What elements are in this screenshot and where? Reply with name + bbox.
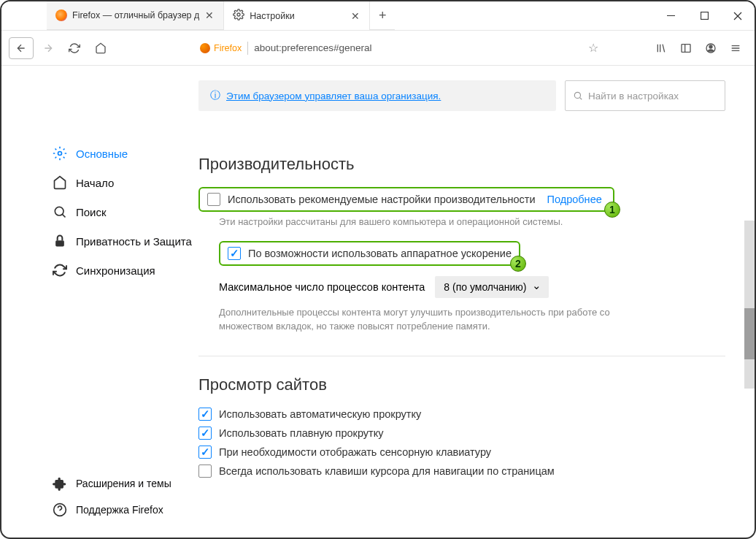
sidebar-label: Начало [76, 177, 114, 189]
search-icon [53, 204, 67, 219]
close-icon[interactable]: ✕ [350, 11, 360, 21]
opt-recommended-perf[interactable]: Использовать рекомендуемые настройки про… [207, 193, 602, 206]
tab-strip: Firefox — отличный браузер д ✕ Настройки… [1, 1, 395, 30]
back-button[interactable] [9, 37, 34, 59]
proc-dropdown[interactable]: 8 (по умолчанию) [435, 276, 548, 298]
sidebar-item-search[interactable]: Поиск [47, 197, 198, 226]
sidebar-item-home[interactable]: Начало [47, 168, 198, 197]
navbar: Firefox about:preferences#general ☆ [1, 31, 755, 66]
checkbox-unchecked[interactable] [198, 465, 212, 478]
library-icon[interactable] [649, 37, 673, 60]
search-icon [573, 91, 583, 101]
sidebars-icon[interactable] [674, 37, 698, 60]
urlbar[interactable]: Firefox about:preferences#general ☆ [196, 36, 603, 61]
tab-title: Настройки [250, 11, 345, 21]
opt-label: Использовать рекомендуемые настройки про… [228, 194, 536, 205]
forward-button[interactable] [36, 37, 60, 60]
sidebar-item-privacy[interactable]: Приватность и Защита [47, 226, 198, 256]
checkbox-checked[interactable] [198, 427, 212, 440]
info-icon: ⓘ [210, 89, 220, 102]
svg-point-15 [58, 152, 62, 156]
separator [247, 42, 248, 55]
close-button[interactable] [721, 1, 755, 30]
main-content: ⓘ Этим браузером управляет ваша организа… [198, 66, 755, 538]
gear-icon [53, 146, 67, 161]
sidebar-item-support[interactable]: Поддержка Firefox [47, 497, 200, 523]
sidebar-label: Поддержка Firefox [76, 504, 163, 516]
learn-more-link[interactable]: Подробнее [547, 194, 602, 205]
scrollbar[interactable] [744, 221, 755, 389]
opt-label: Использовать автоматическую прокрутку [219, 408, 421, 420]
annotation-badge-2: 2 [510, 256, 526, 272]
bookmark-star-icon[interactable]: ☆ [588, 41, 598, 55]
close-icon[interactable]: ✕ [204, 10, 215, 20]
sidebar: Основные Начало Поиск Приватность и Защи… [1, 66, 198, 538]
highlight-2: По возможности использовать аппаратное у… [219, 241, 520, 266]
proc-label: Максимальное число процессов контента [219, 281, 425, 293]
opt-recommended-desc: Эти настройки рассчитаны для вашего комп… [219, 215, 725, 229]
opt-label: При необходимости отображать сенсорную к… [219, 446, 491, 458]
checkbox-unchecked[interactable] [207, 193, 220, 206]
new-tab-button[interactable]: + [370, 1, 395, 30]
tab-settings[interactable]: Настройки ✕ [224, 1, 370, 30]
sidebar-item-sync[interactable]: Синхронизация [47, 256, 198, 285]
opt-label: Всегда использовать клавиши курсора для … [219, 465, 555, 477]
svg-line-17 [62, 214, 65, 217]
home-button[interactable] [89, 37, 112, 60]
proc-desc: Дополнительные процессы контента могут у… [219, 305, 628, 334]
sync-icon [53, 263, 67, 278]
divider [198, 356, 725, 356]
maximize-button[interactable] [687, 1, 721, 30]
profile-icon[interactable] [699, 37, 722, 60]
svg-line-21 [579, 97, 582, 99]
search-placeholder: Найти в настройках [588, 91, 679, 102]
url-text: about:preferences#general [254, 42, 582, 53]
opt-autoscroll[interactable]: Использовать автоматическую прокрутку [198, 408, 725, 421]
annotation-badge-1: 1 [604, 202, 620, 218]
sidebar-label: Основные [76, 148, 128, 160]
org-notice-link[interactable]: Этим браузером управляет ваша организаци… [226, 91, 441, 102]
titlebar: Firefox — отличный браузер д ✕ Настройки… [1, 1, 755, 31]
sidebar-item-extensions[interactable]: Расширения и темы [47, 470, 200, 497]
minimize-button[interactable] [654, 1, 687, 30]
opt-label: Использовать плавную прокрутку [219, 427, 383, 439]
scrollbar-thumb[interactable] [744, 308, 755, 359]
checkbox-checked[interactable] [228, 247, 241, 260]
tab-title: Firefox — отличный браузер д [72, 10, 199, 20]
sidebar-item-general[interactable]: Основные [47, 139, 198, 168]
svg-rect-2 [701, 12, 708, 20]
checkbox-checked[interactable] [198, 408, 212, 421]
svg-point-0 [237, 13, 240, 16]
opt-label: По возможности использовать аппаратное у… [248, 248, 512, 259]
sidebar-label: Поиск [76, 206, 107, 218]
lock-icon [53, 234, 67, 248]
sidebar-label: Синхронизация [76, 264, 155, 277]
puzzle-icon [53, 476, 67, 491]
home-icon [53, 175, 67, 190]
reload-button[interactable] [63, 37, 86, 60]
opt-smoothscroll[interactable]: Использовать плавную прокрутку [198, 427, 725, 440]
svg-rect-18 [55, 240, 64, 246]
help-icon [53, 502, 67, 517]
tab-firefox-home[interactable]: Firefox — отличный браузер д ✕ [47, 1, 224, 30]
menu-icon[interactable] [724, 37, 747, 60]
sidebar-label: Расширения и темы [76, 478, 171, 489]
section-browsing-title: Просмотр сайтов [198, 375, 725, 394]
svg-point-11 [709, 45, 712, 48]
svg-point-16 [55, 207, 63, 215]
checkbox-checked[interactable] [198, 446, 212, 459]
content-processes-row: Максимальное число процессов контента 8 … [219, 276, 725, 298]
opt-hw-accel[interactable]: По возможности использовать аппаратное у… [228, 247, 512, 260]
org-notice: ⓘ Этим браузером управляет ваша организа… [198, 80, 556, 111]
section-performance-title: Производительность [198, 155, 725, 174]
svg-rect-8 [682, 44, 690, 52]
gear-icon [233, 9, 244, 23]
opt-touchkeyboard[interactable]: При необходимости отображать сенсорную к… [198, 446, 725, 459]
opt-caret-browsing[interactable]: Всегда использовать клавиши курсора для … [198, 465, 725, 478]
firefox-icon [55, 9, 67, 21]
svg-line-7 [663, 44, 665, 52]
window-controls [654, 1, 755, 30]
svg-point-20 [574, 92, 580, 98]
sidebar-label: Приватность и Защита [76, 235, 192, 248]
settings-search[interactable]: Найти в настройках [565, 80, 725, 111]
